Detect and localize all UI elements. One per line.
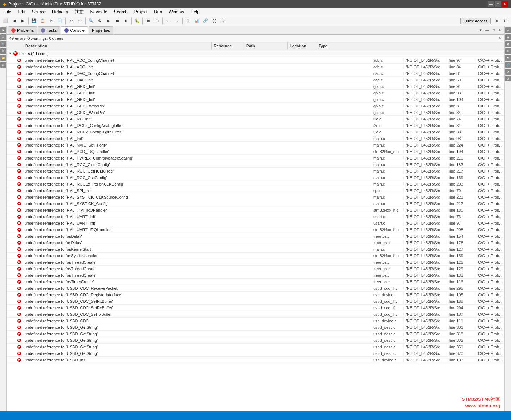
summary-close-button[interactable]: ✕ xyxy=(499,36,502,40)
table-row[interactable]: ✖ undefined reference to `HAL_Init' main… xyxy=(7,135,504,142)
toolbar-perspective-1[interactable]: ⊞ xyxy=(492,17,500,25)
left-icon-4[interactable]: ⚙ xyxy=(0,48,6,54)
table-row[interactable]: ✖ undefined reference to `HAL_ADC_Config… xyxy=(7,57,504,64)
right-icon-8[interactable]: ⊞ xyxy=(505,76,511,81)
tab-console[interactable]: Console xyxy=(61,26,88,34)
table-row[interactable]: ✖ undefined reference to `HAL_UART_IRQHa… xyxy=(7,226,504,233)
col-header-path[interactable]: Path xyxy=(244,42,288,50)
right-icon-7[interactable]: ⚙ xyxy=(505,69,511,75)
left-icon-3[interactable]: 🔍 xyxy=(0,41,6,47)
toolbar-btn-search[interactable]: 🔍 xyxy=(87,17,95,25)
toolbar-btn-10[interactable]: ⚙ xyxy=(96,17,104,25)
table-row[interactable]: ✖ undefined reference to `HAL_SYSTICK_Co… xyxy=(7,200,504,207)
tab-tasks[interactable]: Tasks xyxy=(38,26,60,34)
table-row[interactable]: ✖ undefined reference to `HAL_GPIO_Write… xyxy=(7,103,504,109)
menu-item-help[interactable]: Help xyxy=(188,9,203,15)
right-icon-5[interactable]: ⚑ xyxy=(505,55,511,61)
col-header-resource[interactable]: Resource xyxy=(212,42,244,50)
toolbar-btn-15[interactable]: ⊞ xyxy=(144,17,152,25)
table-row[interactable]: ✖ undefined reference to `HAL_I2C_Init' … xyxy=(7,116,504,122)
table-row[interactable]: ✖ undefined reference to `HAL_PWREx_Cont… xyxy=(7,155,504,161)
table-row[interactable]: ✖ undefined reference to `osSystickHandl… xyxy=(7,253,504,259)
table-row[interactable]: ✖ undefined reference to `HAL_RCC_GetHCL… xyxy=(7,168,504,174)
minimize-button[interactable]: — xyxy=(488,1,494,7)
table-row[interactable]: ✖ undefined reference to `USBD_GetString… xyxy=(7,350,504,357)
table-row[interactable]: ✖ undefined reference to `USBD_GetString… xyxy=(7,344,504,350)
toolbar-btn-5[interactable]: 📋 xyxy=(39,17,47,25)
right-icon-6[interactable]: 🔗 xyxy=(505,62,511,68)
table-row[interactable]: ✖ undefined reference to `USBD_CDC_SetRx… xyxy=(7,305,504,311)
toolbar-btn-12[interactable]: ⏹ xyxy=(113,17,121,25)
table-row[interactable]: ✖ undefined reference to `USBD_Init' usb… xyxy=(7,357,504,363)
menu-item-refactor[interactable]: Refactor xyxy=(49,9,71,15)
table-row[interactable]: ✖ undefined reference to `HAL_TIM_IRQHan… xyxy=(7,207,504,213)
table-row[interactable]: ✖ undefined reference to `osDelay' freer… xyxy=(7,233,504,239)
right-icon-1[interactable]: ⊕ xyxy=(505,27,511,33)
toolbar-btn-20[interactable]: 📊 xyxy=(193,17,201,25)
table-row[interactable]: ✖ undefined reference to `USBD_GetString… xyxy=(7,324,504,331)
table-row[interactable]: ✖ undefined reference to `HAL_NVIC_SetPr… xyxy=(7,142,504,148)
menu-item-注意[interactable]: 注意 xyxy=(72,8,86,16)
table-row[interactable]: ✖ undefined reference to `osTimerCreate'… xyxy=(7,279,504,285)
toolbar-btn-11[interactable]: ▶ xyxy=(105,17,112,25)
tab-problems[interactable]: Problems xyxy=(8,26,37,34)
menu-item-file[interactable]: File xyxy=(1,9,14,15)
maximize-button[interactable]: □ xyxy=(495,1,501,7)
toolbar-btn-17[interactable]: ← xyxy=(164,17,172,25)
toolbar-btn-22[interactable]: ⛶ xyxy=(210,17,218,25)
table-row[interactable]: ✖ undefined reference to `HAL_I2CEx_Conf… xyxy=(7,129,504,135)
left-icon-6[interactable]: ⊞ xyxy=(0,62,6,68)
error-group-header[interactable]: ▼ ✖ Errors (49 items) xyxy=(7,50,504,57)
tab-properties[interactable]: Properties xyxy=(89,26,113,34)
table-row[interactable]: ✖ undefined reference to `USBD_CDC_SetRx… xyxy=(7,298,504,305)
table-row[interactable]: ✖ undefined reference to `HAL_SPI_Init' … xyxy=(7,187,504,194)
right-icon-4[interactable]: ≡ xyxy=(505,48,511,54)
table-row[interactable]: ✖ undefined reference to `HAL_RCC_ClockC… xyxy=(7,161,504,168)
col-header-location[interactable]: Location xyxy=(288,42,316,50)
menu-item-project[interactable]: Project xyxy=(131,9,150,15)
toolbar-btn-4[interactable]: 💾 xyxy=(30,17,38,25)
table-row[interactable]: ✖ undefined reference to `HAL_ADC_Init' … xyxy=(7,64,504,70)
menu-item-source[interactable]: Source xyxy=(29,9,48,15)
toolbar-btn-16[interactable]: ⊟ xyxy=(153,17,161,25)
toolbar-btn-18[interactable]: → xyxy=(173,17,181,25)
view-menu-button[interactable]: ▼ xyxy=(478,27,484,33)
col-header-description[interactable]: Description xyxy=(23,42,212,50)
toolbar-btn-6[interactable]: ✂ xyxy=(47,17,55,25)
table-row[interactable]: ✖ undefined reference to `osDelay' freer… xyxy=(7,239,504,246)
table-row[interactable]: ✖ undefined reference to `HAL_GPIO_Init'… xyxy=(7,83,504,90)
table-row[interactable]: ✖ undefined reference to `HAL_UART_Init'… xyxy=(7,220,504,226)
table-row[interactable]: ✖ undefined reference to `USBD_CDC_Regis… xyxy=(7,292,504,298)
menu-item-run[interactable]: Run xyxy=(151,9,165,15)
table-row[interactable]: ✖ undefined reference to `USBD_GetString… xyxy=(7,331,504,337)
table-row[interactable]: ✖ undefined reference to `HAL_PCD_IRQHan… xyxy=(7,148,504,155)
toolbar-btn-9[interactable]: ↪ xyxy=(76,17,84,25)
toolbar-btn-19[interactable]: ℹ xyxy=(184,17,192,25)
table-row[interactable]: ✖ undefined reference to `osThreadCreate… xyxy=(7,259,504,266)
toolbar-btn-8[interactable]: ↩ xyxy=(67,17,75,25)
toolbar-btn-13[interactable]: ⏸ xyxy=(122,17,130,25)
table-row[interactable]: ✖ undefined reference to `osKernelStart'… xyxy=(7,246,504,253)
toolbar-btn-14[interactable]: 🐛 xyxy=(133,17,141,25)
table-row[interactable]: ✖ undefined reference to `HAL_DAC_Config… xyxy=(7,70,504,77)
toolbar-btn-7[interactable]: 📄 xyxy=(56,17,64,25)
toolbar-btn-23[interactable]: ⊕ xyxy=(219,17,227,25)
menu-item-window[interactable]: Window xyxy=(166,9,187,15)
table-row[interactable]: ✖ undefined reference to `HAL_GPIO_Init'… xyxy=(7,90,504,96)
table-row[interactable]: ✖ undefined reference to `HAL_UART_Init'… xyxy=(7,213,504,220)
menu-item-search[interactable]: Search xyxy=(111,9,131,15)
toolbar-btn-1[interactable]: ⬜ xyxy=(1,17,9,25)
table-row[interactable]: ✖ undefined reference to `HAL_I2CEx_Conf… xyxy=(7,122,504,129)
table-row[interactable]: ✖ undefined reference to `HAL_GPIO_Init'… xyxy=(7,96,504,103)
error-list[interactable]: ▼ ✖ Errors (49 items) ✖ undefined refere… xyxy=(7,50,504,411)
right-icon-3[interactable]: ⊠ xyxy=(505,41,511,47)
table-row[interactable]: ✖ undefined reference to `HAL_RCCEx_Peri… xyxy=(7,181,504,187)
right-icon-2[interactable]: ⊟ xyxy=(505,34,511,40)
left-icon-2[interactable]: ≡ xyxy=(0,34,6,40)
table-row[interactable]: ✖ undefined reference to `HAL_SYSTICK_CL… xyxy=(7,194,504,200)
table-row[interactable]: ✖ undefined reference to `HAL_RCC_OscCon… xyxy=(7,174,504,181)
menu-item-edit[interactable]: Edit xyxy=(15,9,28,15)
table-row[interactable]: ✖ undefined reference to `USBD_GetString… xyxy=(7,337,504,344)
quick-access-button[interactable]: Quick Access xyxy=(460,18,491,24)
menu-item-navigate[interactable]: Navigate xyxy=(87,9,110,15)
